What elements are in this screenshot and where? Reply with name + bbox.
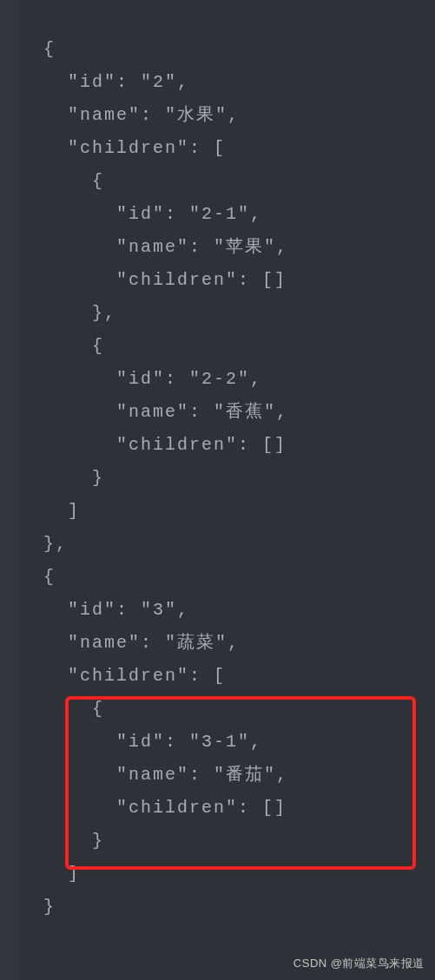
code-line: }, [19, 534, 68, 554]
code-block: { "id": "2", "name": "水果", "children": [… [0, 0, 435, 924]
code-line: { [19, 171, 104, 191]
code-line: { [19, 336, 104, 356]
code-line: "id": "2-1", [19, 204, 262, 224]
code-line: "name": "蔬菜", [19, 633, 240, 653]
code-line: "id": "3", [19, 600, 189, 620]
code-line: { [19, 39, 56, 59]
code-line: } [19, 831, 104, 851]
code-line: { [19, 699, 104, 719]
code-line: "children": [] [19, 798, 287, 818]
watermark: CSDN @前端菜鸟来报道 [293, 953, 425, 975]
code-line: "name": "香蕉", [19, 402, 288, 422]
code-line: }, [19, 303, 116, 323]
code-line: } [19, 468, 104, 488]
code-line: "name": "水果", [19, 105, 240, 125]
code-line: } [19, 897, 56, 917]
code-line: "name": "番茄", [19, 765, 288, 785]
code-line: "id": "3-1", [19, 732, 262, 752]
code-line: "children": [ [19, 138, 226, 158]
editor-gutter [0, 0, 19, 980]
code-line: "id": "2", [19, 72, 189, 92]
code-line: ] [19, 501, 80, 521]
code-line: "id": "2-2", [19, 369, 262, 389]
code-line: "name": "苹果", [19, 237, 288, 257]
code-line: "children": [ [19, 666, 226, 686]
code-line: "children": [] [19, 435, 287, 455]
code-line: { [19, 567, 56, 587]
code-line: "children": [] [19, 270, 287, 290]
code-line: ] [19, 864, 80, 884]
